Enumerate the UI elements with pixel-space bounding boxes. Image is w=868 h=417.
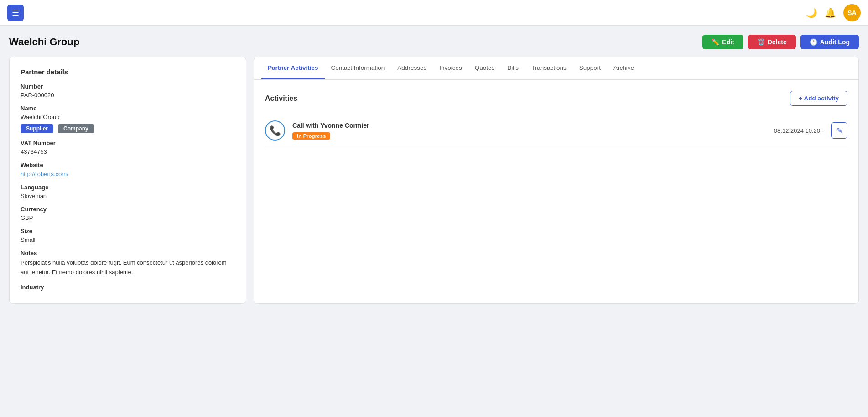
main-layout: Partner details Number PAR-000020 Name W… xyxy=(9,57,859,304)
navbar-left: ☰ xyxy=(7,5,24,21)
notes-value: Perspiciatis nulla voluptas dolore fugit… xyxy=(21,258,235,277)
name-label: Name xyxy=(21,105,235,112)
right-panel: Partner ActivitiesContact InformationAdd… xyxy=(254,57,859,304)
edit-label: Edit xyxy=(722,38,734,46)
add-activity-button[interactable]: + Add activity xyxy=(790,91,847,106)
tabs-container: Partner ActivitiesContact InformationAdd… xyxy=(254,57,858,80)
activity-row: 📞 Call with Yvonne Cormier In Progress 0… xyxy=(265,115,847,146)
language-value: Slovenian xyxy=(21,193,235,199)
notification-bell-icon[interactable]: 🔔 xyxy=(825,7,836,18)
number-value: PAR-000020 xyxy=(21,92,235,99)
activities-title: Activities xyxy=(265,94,297,103)
vat-label: VAT Number xyxy=(21,140,235,146)
audit-log-icon: 🕐 xyxy=(810,38,817,46)
navbar-right: 🌙 🔔 SA xyxy=(806,4,861,21)
badges: Supplier Company xyxy=(21,124,235,133)
activities-header: Activities + Add activity xyxy=(265,91,847,106)
avatar-initials: SA xyxy=(847,9,856,16)
number-label: Number xyxy=(21,83,235,90)
delete-icon: 🗑️ xyxy=(757,38,765,46)
navbar: ☰ 🌙 🔔 SA xyxy=(0,0,868,26)
activity-status-badge: In Progress xyxy=(292,132,330,140)
tab-quotes[interactable]: Quotes xyxy=(468,57,501,80)
avatar[interactable]: SA xyxy=(843,4,861,21)
size-label: Size xyxy=(21,228,235,235)
activities-content: Activities + Add activity 📞 Call with Yv… xyxy=(254,80,858,157)
hamburger-button[interactable]: ☰ xyxy=(7,5,24,21)
website-label: Website xyxy=(21,162,235,168)
currency-value: GBP xyxy=(21,214,235,221)
left-panel: Partner details Number PAR-000020 Name W… xyxy=(9,57,246,304)
language-label: Language xyxy=(21,184,235,191)
size-value: Small xyxy=(21,236,235,243)
add-activity-label: + Add activity xyxy=(799,95,839,102)
activity-date: 08.12.2024 10:20 - xyxy=(774,127,824,134)
audit-log-button[interactable]: 🕐 Audit Log xyxy=(800,35,859,49)
page-actions: ✏️ Edit 🗑️ Delete 🕐 Audit Log xyxy=(702,35,859,49)
currency-label: Currency xyxy=(21,206,235,213)
supplier-badge: Supplier xyxy=(21,124,53,133)
partner-details-title: Partner details xyxy=(21,68,235,76)
delete-label: Delete xyxy=(768,38,787,46)
audit-log-label: Audit Log xyxy=(820,38,850,46)
tab-invoices[interactable]: Invoices xyxy=(433,57,468,80)
tab-archive[interactable]: Archive xyxy=(607,57,640,80)
company-badge: Company xyxy=(58,124,94,133)
tab-partner-activities[interactable]: Partner Activities xyxy=(261,57,325,80)
page-title: Waelchi Group xyxy=(9,36,79,48)
hamburger-icon: ☰ xyxy=(12,8,19,18)
tab-contact-information[interactable]: Contact Information xyxy=(325,57,391,80)
industry-label: Industry xyxy=(21,284,235,291)
activity-edit-button[interactable]: ✎ xyxy=(831,122,847,139)
activity-info: Call with Yvonne Cormier In Progress xyxy=(292,122,767,140)
page-content: Waelchi Group ✏️ Edit 🗑️ Delete 🕐 Audit … xyxy=(0,26,868,313)
tab-support[interactable]: Support xyxy=(573,57,607,80)
activity-icon: 📞 xyxy=(265,120,285,141)
notes-label: Notes xyxy=(21,250,235,256)
page-header: Waelchi Group ✏️ Edit 🗑️ Delete 🕐 Audit … xyxy=(9,35,859,49)
tab-bills[interactable]: Bills xyxy=(501,57,525,80)
tab-addresses[interactable]: Addresses xyxy=(391,57,433,80)
activities-list: 📞 Call with Yvonne Cormier In Progress 0… xyxy=(265,115,847,146)
edit-icon: ✏️ xyxy=(712,38,719,46)
activity-edit-icon: ✎ xyxy=(837,126,842,135)
dark-mode-icon[interactable]: 🌙 xyxy=(806,7,817,18)
website-value[interactable]: http://roberts.com/ xyxy=(21,171,68,177)
name-value: Waelchi Group xyxy=(21,114,235,120)
delete-button[interactable]: 🗑️ Delete xyxy=(748,35,796,49)
vat-value: 43734753 xyxy=(21,148,235,155)
activity-name: Call with Yvonne Cormier xyxy=(292,122,767,129)
edit-button[interactable]: ✏️ Edit xyxy=(702,35,743,49)
tab-transactions[interactable]: Transactions xyxy=(525,57,573,80)
